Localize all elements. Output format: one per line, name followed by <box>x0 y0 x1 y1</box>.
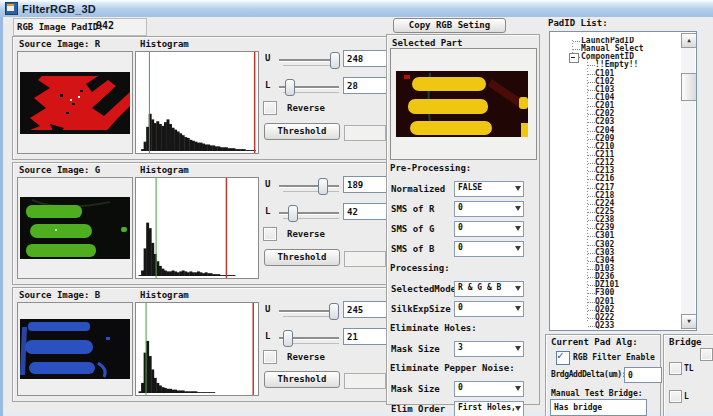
padid-tree-item[interactable]: C203 <box>551 118 680 126</box>
elim-order-dropdown[interactable]: First Holes, <box>454 401 524 416</box>
section-header: Processing: <box>390 259 536 279</box>
selectedmode-dropdown[interactable]: R & G & B <box>454 281 524 297</box>
padid-tree-item[interactable]: C102 <box>551 78 680 86</box>
source-image-b-thumbnail[interactable] <box>17 302 133 396</box>
threshold-result-box <box>344 125 386 141</box>
padid-tree-item[interactable]: C211 <box>551 151 680 159</box>
manual-test-bridge-input[interactable] <box>550 399 647 416</box>
l-slider-thumb[interactable] <box>283 330 293 347</box>
histogram-b-label: Histogram <box>140 290 189 300</box>
threshold-button[interactable]: Threshold <box>264 371 340 388</box>
reverse-label: Reverse <box>287 103 325 113</box>
padid-tree-item[interactable]: Q222 <box>551 314 680 322</box>
histogram-g <box>135 177 259 279</box>
normalized-dropdown[interactable]: FALSE <box>454 181 524 197</box>
histogram-r-label: Histogram <box>140 39 189 49</box>
sms-of-r-dropdown[interactable]: 0 <box>454 201 524 217</box>
padid-tree-item[interactable]: C212 <box>551 159 680 167</box>
padid-tree-item[interactable]: C209 <box>551 135 680 143</box>
l-slider-thumb[interactable] <box>285 79 295 96</box>
padid-tree-item[interactable]: C216 <box>551 175 680 183</box>
title-bar[interactable]: FilterRGB_3D <box>0 0 713 18</box>
u-value-input[interactable] <box>343 50 390 67</box>
copy-rgb-setting-button[interactable]: Copy RGB Seting <box>393 18 506 33</box>
padid-tree-item[interactable]: C218 <box>551 192 680 200</box>
padid-tree-item[interactable]: !!Empty!! <box>551 61 680 69</box>
reverse-checkbox[interactable] <box>263 227 277 241</box>
padid-tree-item[interactable]: C217 <box>551 184 680 192</box>
l-slider-thumb[interactable] <box>288 205 298 222</box>
chevron-down-icon <box>515 206 521 214</box>
padid-tree-item[interactable]: C210 <box>551 143 680 151</box>
padid-tree-item[interactable]: C239 <box>551 224 680 232</box>
scrollbar-thumb[interactable] <box>681 73 697 101</box>
padid-tree-item[interactable]: C302 <box>551 241 680 249</box>
padid-tree[interactable]: LaunchPadIDManual SelectComponentID!!Emp… <box>549 31 697 331</box>
padid-tree-item[interactable]: F300 <box>551 289 680 297</box>
l-value-input[interactable] <box>343 328 390 345</box>
param-label: SelectedMode <box>391 284 456 294</box>
threshold-button[interactable]: Threshold <box>264 123 340 140</box>
silkexpsize-dropdown[interactable]: 0 <box>454 301 524 317</box>
tl-label: TL <box>684 364 694 373</box>
source-image-r-label: Source Image: R <box>19 39 100 49</box>
tl-checkbox[interactable] <box>669 362 682 375</box>
l-value-input[interactable] <box>343 203 390 220</box>
rgb-image-padid-value: 942 <box>96 20 114 31</box>
sms-of-g-dropdown[interactable]: 0 <box>454 221 524 237</box>
padid-tree-item[interactable]: C213 <box>551 167 680 175</box>
threshold-button[interactable]: Threshold <box>264 249 340 266</box>
padid-tree-item[interactable]: C304 <box>551 257 680 265</box>
padid-tree-item[interactable]: C238 <box>551 216 680 224</box>
padid-tree-item[interactable]: C204 <box>551 127 680 135</box>
window-border-left <box>0 17 3 416</box>
padid-tree-item[interactable]: Q233 <box>551 322 680 330</box>
l-checkbox[interactable] <box>669 390 682 403</box>
padid-tree-item[interactable]: C225 <box>551 208 680 216</box>
scroll-up-button[interactable]: ▲ <box>681 33 697 48</box>
chevron-down-icon <box>515 306 521 314</box>
rgb-filter-enable-checkbox[interactable]: ✓ <box>556 351 570 365</box>
u-slider-label: U <box>265 179 270 189</box>
padid-tree-item[interactable]: Q202 <box>551 306 680 314</box>
reverse-label: Reverse <box>287 352 325 362</box>
reverse-checkbox[interactable] <box>263 101 277 115</box>
selected-part-panel: Selected Part Pre-Processing:NormalizedF… <box>386 34 540 405</box>
l-value-input[interactable] <box>343 77 390 94</box>
padid-tree-item[interactable]: C103 <box>551 86 680 94</box>
u-slider-thumb[interactable] <box>330 52 340 69</box>
mask-size-dropdown[interactable]: 0 <box>454 381 524 397</box>
u-slider-thumb[interactable] <box>329 303 339 320</box>
source-image-g-thumbnail[interactable] <box>17 177 133 279</box>
padid-tree-item[interactable]: Q201 <box>551 298 680 306</box>
histogram-b <box>135 302 259 396</box>
bridge-checkbox[interactable] <box>700 348 713 361</box>
reverse-checkbox[interactable] <box>263 350 277 364</box>
scroll-down-button[interactable]: ▼ <box>681 314 697 329</box>
padid-tree-item[interactable]: C301 <box>551 232 680 240</box>
manual-test-bridge-label: Manual Test Bridge: <box>551 389 643 398</box>
green-channel-image <box>20 197 130 259</box>
param-row: Mask Size0 <box>390 379 536 399</box>
padid-tree-item[interactable]: C224 <box>551 200 680 208</box>
padid-tree-item[interactable]: DZ101 <box>551 281 680 289</box>
padid-tree-item[interactable]: C202 <box>551 110 680 118</box>
l-slider-label: L <box>265 80 270 90</box>
tree-scrollbar[interactable]: ▲ ▼ <box>681 33 695 329</box>
padid-tree-item[interactable]: C303 <box>551 249 680 257</box>
padid-tree-item[interactable]: D103 <box>551 265 680 273</box>
sms-of-b-dropdown[interactable]: 0 <box>454 241 524 257</box>
param-row: NormalizedFALSE <box>390 179 536 199</box>
u-value-input[interactable] <box>343 301 390 318</box>
u-slider[interactable] <box>279 185 339 187</box>
chevron-down-icon <box>515 226 521 234</box>
padid-tree-item[interactable]: C101 <box>551 70 680 78</box>
padid-tree-item[interactable]: C201 <box>551 102 680 110</box>
mask-size-dropdown[interactable]: 3 <box>454 341 524 357</box>
brdgadddelta-input[interactable] <box>624 367 662 383</box>
u-slider-thumb[interactable] <box>318 178 328 195</box>
padid-tree-item[interactable]: C104 <box>551 94 680 102</box>
u-value-input[interactable] <box>343 176 390 193</box>
source-image-r-thumbnail[interactable] <box>17 51 133 154</box>
padid-list-label: PadID List: <box>548 18 608 28</box>
